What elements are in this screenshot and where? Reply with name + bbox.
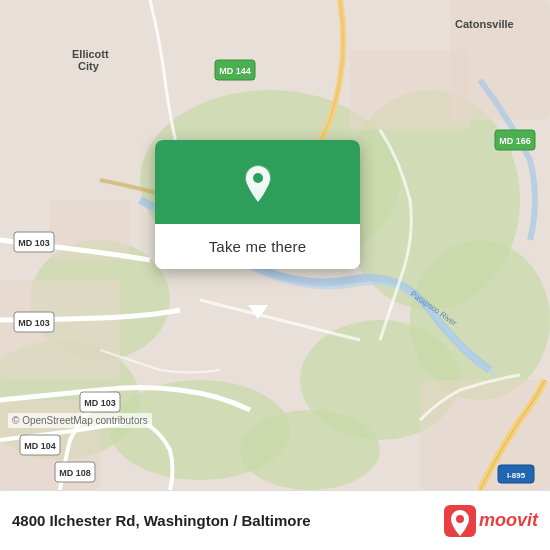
svg-text:Ellicott: Ellicott [72,48,109,60]
location-pin-icon [236,162,280,206]
svg-point-37 [253,173,263,183]
svg-text:MD 103: MD 103 [84,398,116,408]
svg-text:Catonsville: Catonsville [455,18,514,30]
moovit-logo: moovit [444,505,538,537]
map-attribution: © OpenStreetMap contributors [8,413,152,428]
svg-text:MD 103: MD 103 [18,238,50,248]
svg-text:MD 103: MD 103 [18,318,50,328]
take-me-there-button[interactable]: Take me there [155,224,360,269]
svg-text:MD 104: MD 104 [24,441,56,451]
svg-text:MD 144: MD 144 [219,66,251,76]
svg-point-39 [456,515,464,523]
moovit-brand-text: moovit [479,510,538,531]
popup-tail [248,305,268,319]
moovit-icon [444,505,476,537]
address-label: 4800 Ilchester Rd, Washington / Baltimor… [12,512,436,529]
svg-text:I-895: I-895 [507,471,526,480]
map-container: MD 103 MD 103 MD 144 MD 166 MD 103 MD 10… [0,0,550,490]
svg-text:MD 166: MD 166 [499,136,531,146]
location-popup: Take me there [155,140,360,269]
svg-point-8 [240,410,380,490]
bottom-bar: 4800 Ilchester Rd, Washington / Baltimor… [0,490,550,550]
svg-text:City: City [78,60,100,72]
popup-header [155,140,360,224]
svg-text:MD 108: MD 108 [59,468,91,478]
